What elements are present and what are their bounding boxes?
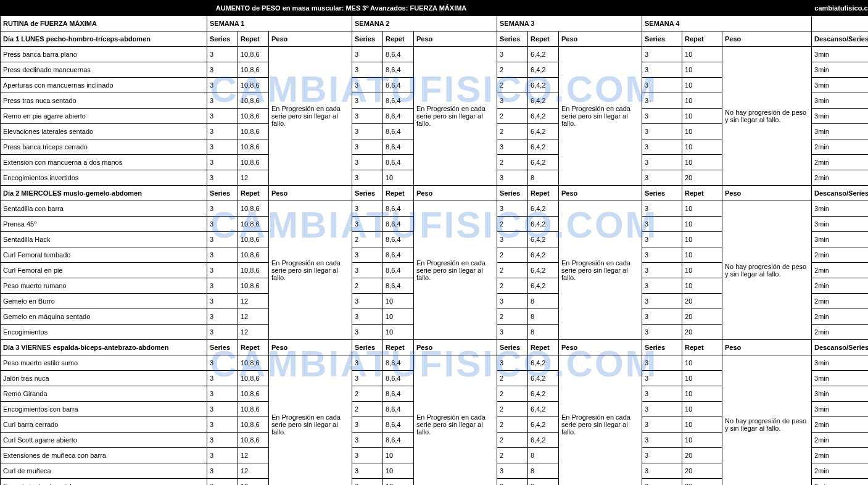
repet-value: 8,6,4 [383,201,414,217]
series-value: 3 [642,386,682,402]
repet-value: 8,6,4 [383,386,414,402]
series-value: 3 [642,371,682,386]
peso-note-week2: En Progresión en cada serie pero sin lle… [414,201,497,340]
series-value: 3 [642,201,682,217]
series-value: 3 [642,62,682,78]
repet-value: 8,6,4 [383,217,414,232]
repet-value: 6,4,2 [528,371,559,386]
series-value: 3 [642,448,682,463]
series-value: 3 [352,201,383,217]
descanso-value: 2min [812,294,868,309]
page-title: AUMENTO de PESO en masa muscular: MES 3º… [1,1,682,16]
descanso-value: 2min [812,479,868,486]
exercise-name: Encogimientos [1,325,207,340]
repet-value: 8,6,4 [383,371,414,386]
repet-value: 8,6,4 [383,232,414,247]
repet-value: 10,8,6 [238,402,269,417]
series-value: 3 [497,355,528,371]
descanso-value: 3min [812,201,868,217]
series-value: 2 [497,278,528,294]
repet-value: 20 [682,479,722,486]
exercise-name: Aperturas con mancuernas inclinado [1,78,207,93]
repet-value: 10 [682,124,722,139]
repet-value: 10 [682,109,722,124]
exercise-name: Extensiones de muñeca con barra [1,448,207,463]
repet-value: 10,8,6 [238,371,269,386]
day-title: Día 2 MIERCOLES muslo-gemelo-abdomen [1,186,207,201]
series-value: 3 [207,217,238,232]
repet-value: 10 [682,433,722,448]
repet-value: 8,6,4 [383,155,414,170]
repet-value: 20 [682,448,722,463]
series-value: 3 [207,109,238,124]
exercise-name: Remo Giranda [1,386,207,402]
col-peso: Peso [559,186,642,201]
series-value: 3 [352,325,383,340]
repet-value: 10,8,6 [238,263,269,278]
series-value: 3 [207,124,238,139]
col-repet: Repet [383,340,414,355]
col-peso: Peso [722,340,812,355]
repet-value: 6,4,2 [528,201,559,217]
series-value: 3 [352,155,383,170]
descanso-value: 2min [812,247,868,263]
week-header-1: SEMANA 1 [207,16,352,31]
repet-value: 12 [238,325,269,340]
series-value: 3 [352,109,383,124]
descanso-value: 2min [812,448,868,463]
series-value: 3 [642,433,682,448]
repet-value: 8,6,4 [383,355,414,371]
repet-value: 10 [682,201,722,217]
series-value: 3 [352,479,383,486]
table-row: Día 3 VIERNES espalda-biceps-antebrazo-a… [1,340,869,355]
peso-note-week2: En Progresión en cada serie pero sin lle… [414,47,497,186]
repet-value: 6,4,2 [528,402,559,417]
descanso-value: 2min [812,170,868,186]
series-value: 3 [642,417,682,433]
repet-value: 8,6,4 [383,47,414,62]
series-value: 3 [207,309,238,325]
series-value: 2 [497,263,528,278]
series-value: 3 [207,139,238,155]
descanso-value: 3min [812,402,868,417]
series-value: 3 [642,78,682,93]
exercise-name: Jalón tras nuca [1,371,207,386]
series-value: 3 [642,170,682,186]
descanso-value: 3min [812,355,868,371]
repet-value: 6,4,2 [528,217,559,232]
repet-value: 10 [383,448,414,463]
series-value: 2 [497,155,528,170]
repet-value: 10 [682,47,722,62]
series-value: 3 [497,201,528,217]
exercise-name: Encogimientos invertidos [1,479,207,486]
repet-value: 12 [238,309,269,325]
series-value: 3 [207,247,238,263]
series-value: 2 [497,78,528,93]
repet-value: 10,8,6 [238,217,269,232]
series-value: 3 [207,386,238,402]
series-value: 3 [642,109,682,124]
series-value: 3 [642,93,682,109]
repet-value: 10 [682,62,722,78]
repet-value: 10 [682,155,722,170]
repet-value: 12 [238,479,269,486]
series-value: 3 [207,294,238,309]
series-value: 3 [207,263,238,278]
repet-value: 10,8,6 [238,417,269,433]
repet-value: 10,8,6 [238,139,269,155]
descanso-value: 3min [812,371,868,386]
col-descanso: Descanso/Series [812,31,868,47]
exercise-name: Press declinado mancuernas [1,62,207,78]
col-repet: Repet [528,31,559,47]
descanso-value: 3min [812,217,868,232]
series-value: 3 [207,155,238,170]
repet-value: 10,8,6 [238,232,269,247]
descanso-value: 2min [812,463,868,479]
col-peso: Peso [414,31,497,47]
repet-value: 6,4,2 [528,433,559,448]
col-series: Series [497,31,528,47]
repet-value: 8,6,4 [383,417,414,433]
series-value: 3 [642,355,682,371]
col-peso: Peso [722,31,812,47]
series-value: 3 [207,325,238,340]
